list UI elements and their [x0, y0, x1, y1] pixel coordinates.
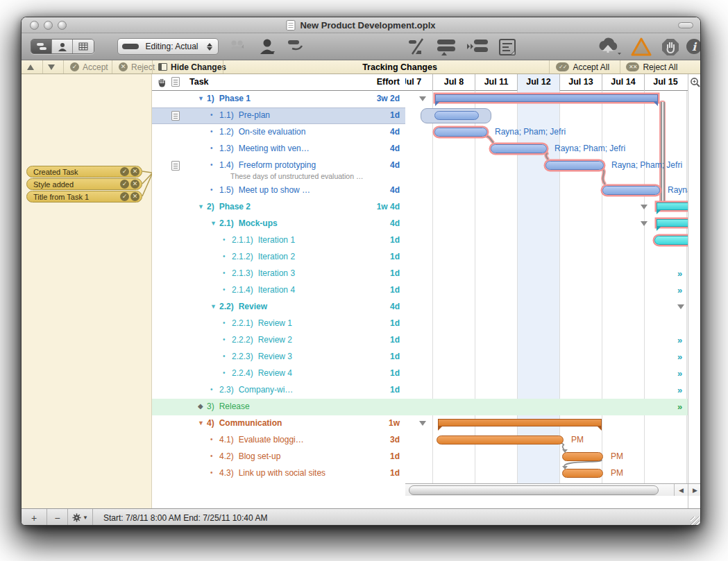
task-row[interactable]: •2.1.1)Iteration 11d	[152, 232, 405, 249]
gantt-task-bar[interactable]	[491, 144, 547, 153]
effort-split-icon[interactable]	[407, 37, 427, 57]
action-gear-button[interactable]: ▼	[68, 509, 93, 526]
gantt-summary-bar[interactable]	[657, 202, 688, 210]
task-row[interactable]: ▼4)Communication1w	[152, 415, 405, 432]
task-row[interactable]: ▼2)Phase 21w 4d	[152, 199, 405, 216]
task-row[interactable]: •2.2.4)Review 41d	[152, 365, 405, 382]
disclosure-triangle[interactable]: ▼	[210, 303, 217, 310]
gantt-task-bar[interactable]	[654, 236, 688, 245]
accept-all-button[interactable]: ✓✓ Accept All	[556, 60, 609, 74]
gantt-task-bar[interactable]	[545, 161, 604, 170]
title-bar[interactable]: New Product Development.oplx	[22, 17, 700, 33]
remove-task-button[interactable]: −	[47, 509, 68, 526]
collapse-pane-icon	[158, 63, 167, 71]
task-row[interactable]: •1.2)On-site evaluation4d	[152, 124, 405, 141]
task-row[interactable]: •1.1)Pre-plan1d	[152, 107, 405, 124]
effort-column-header[interactable]: Effort	[377, 77, 400, 87]
task-row[interactable]: •4.2)Blog set-up1d	[152, 449, 405, 465]
task-row[interactable]: •4.1)Evaluate bloggi…3d	[152, 432, 405, 449]
accept-change-button[interactable]: ✓	[120, 192, 129, 201]
scroll-left-button[interactable]: ◀	[674, 484, 688, 496]
task-title: On-site evaluation	[239, 127, 306, 137]
note-icon[interactable]	[171, 111, 180, 121]
gantt-task-bar[interactable]	[562, 469, 603, 478]
resource-view-segment[interactable]	[52, 40, 73, 53]
task-column-header[interactable]: Task	[189, 77, 209, 87]
horizontal-scrollbar[interactable]: ◀ ▶	[405, 483, 701, 496]
scrollbar-thumb[interactable]	[409, 485, 659, 495]
gantt-summary-bar[interactable]	[435, 94, 658, 102]
task-row[interactable]: ▼1)Phase 13w 2d	[152, 91, 405, 107]
task-row[interactable]: •1.3)Meeting with ven…4d	[152, 141, 405, 157]
connect-tasks-icon[interactable]	[435, 37, 457, 55]
assign-resource-icon[interactable]	[260, 37, 275, 55]
gantt-task-bar[interactable]	[602, 186, 660, 195]
task-row[interactable]: ◆3)Release	[152, 399, 405, 415]
reject-change-button[interactable]: ✕	[130, 167, 139, 176]
task-title: Pre-plan	[239, 110, 270, 120]
editing-mode-popup[interactable]: Editing: Actual	[117, 38, 219, 55]
toolbar-toggle-button[interactable]	[678, 22, 693, 28]
task-view-segment[interactable]	[31, 40, 52, 53]
calendar-view-segment[interactable]	[73, 40, 94, 53]
gantt-task-bar[interactable]	[434, 128, 487, 137]
accept-button[interactable]: ✓ Accept	[70, 60, 108, 74]
task-row[interactable]: •2.2.3)Review 31d	[152, 349, 405, 365]
scroll-right-button[interactable]: ▶	[688, 484, 701, 496]
task-bullet: •	[223, 236, 226, 243]
group-tasks-icon[interactable]	[230, 37, 248, 54]
gantt-summary-bar[interactable]	[657, 219, 688, 227]
task-row[interactable]: •2.1.3)Iteration 31d	[152, 266, 405, 282]
gantt-task-bar[interactable]	[434, 111, 479, 120]
reject-all-button[interactable]: ✕✕ Reject All	[626, 60, 677, 74]
date-header-cell[interactable]: Jul 13	[559, 74, 602, 91]
task-row[interactable]: •2.2.2)Review 21d	[152, 332, 405, 349]
add-task-button[interactable]: +	[22, 509, 47, 526]
disclosure-triangle[interactable]: ▼	[198, 203, 204, 210]
minimize-button[interactable]	[44, 21, 53, 30]
disclosure-triangle[interactable]: ▼	[210, 220, 217, 227]
task-row[interactable]: •4.3)Link up with social sites1d	[152, 465, 405, 482]
resize-grip[interactable]	[691, 517, 700, 526]
next-change-button[interactable]	[48, 60, 55, 74]
stop-leveling-icon[interactable]	[661, 37, 680, 57]
task-row[interactable]: •2.3)Company-wi…1d	[152, 382, 405, 399]
reject-change-button[interactable]: ✕	[130, 192, 139, 201]
task-row[interactable]: ▼2.2)Review4d	[152, 299, 405, 316]
accept-change-button[interactable]: ✓	[120, 167, 129, 176]
gantt-summary-bar[interactable]	[438, 419, 602, 426]
gantt-task-bar[interactable]	[437, 435, 564, 445]
reject-button[interactable]: ✕ Reject	[119, 60, 155, 74]
close-button[interactable]	[30, 21, 39, 30]
task-row[interactable]: •2.1.2)Iteration 21d	[152, 249, 405, 266]
accept-change-button[interactable]: ✓	[120, 180, 129, 189]
task-row[interactable]: ▼2.1)Mock-ups4d	[152, 216, 405, 232]
task-row[interactable]: •1.4)Freeform prototypingThese days of u…	[152, 157, 405, 182]
reject-change-button[interactable]: ✕	[130, 180, 139, 189]
date-header-cell[interactable]: Jul 15	[644, 74, 686, 91]
style-icon[interactable]	[287, 37, 305, 53]
hide-changes-button[interactable]: Hide Changes	[158, 60, 226, 74]
date-header-cell[interactable]: Jul 14	[602, 74, 644, 91]
note-icon[interactable]	[171, 161, 180, 171]
date-header-cell[interactable]: Jul 11	[475, 74, 517, 91]
date-header-cell[interactable]: Jul 7	[405, 74, 432, 91]
zoom-magnifier-icon[interactable]	[690, 77, 701, 88]
disclosure-triangle[interactable]: ▼	[198, 420, 204, 426]
task-row[interactable]: •2.2.1)Review 11d	[152, 316, 405, 332]
previous-change-button[interactable]	[27, 60, 34, 74]
task-row[interactable]: •1.5)Meet up to show …4d	[152, 182, 405, 199]
publish-cloud-icon[interactable]	[595, 37, 623, 57]
disclosure-triangle[interactable]: ▼	[198, 95, 204, 102]
notes-icon[interactable]	[498, 37, 517, 57]
task-row[interactable]: •2.1.4)Iteration 41d	[152, 282, 405, 299]
date-header-cell[interactable]: Jul 12	[517, 74, 559, 91]
date-header-cell[interactable]: Jul 8	[432, 74, 475, 91]
gantt-date-ruler[interactable]: Jul 7Jul 8Jul 11Jul 12Jul 13Jul 14Jul 15	[405, 74, 688, 91]
window-title: New Product Development.oplx	[286, 20, 435, 31]
inspector-info-icon[interactable]: i	[685, 37, 701, 55]
lead-lag-icon[interactable]	[466, 37, 489, 55]
violations-warning-icon[interactable]	[631, 37, 652, 56]
gantt-task-bar[interactable]	[562, 452, 603, 461]
zoom-button[interactable]	[58, 21, 67, 30]
